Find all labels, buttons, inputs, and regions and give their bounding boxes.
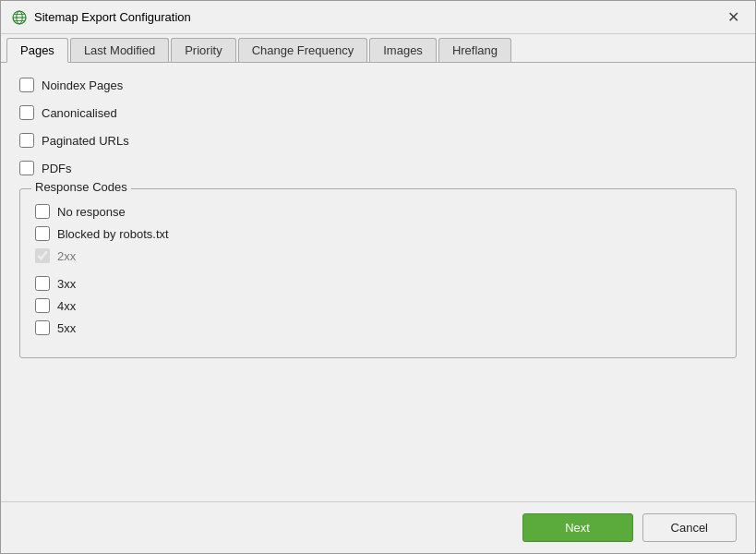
2xx-label: 2xx xyxy=(57,249,76,263)
no-response-checkbox[interactable] xyxy=(35,204,50,219)
5xx-checkbox[interactable] xyxy=(35,320,50,335)
canonicalised-label: Canonicalised xyxy=(42,106,117,120)
pdfs-checkbox[interactable] xyxy=(19,161,34,175)
tab-hreflang[interactable]: Hreflang xyxy=(438,38,511,62)
2xx-checkbox xyxy=(35,248,50,263)
paginated-item: Paginated URLs xyxy=(19,133,737,148)
response-codes-group: Response Codes No response Blocked by ro… xyxy=(19,188,737,358)
blocked-item: Blocked by robots.txt xyxy=(35,226,721,241)
next-button[interactable]: Next xyxy=(522,513,633,542)
dialog-title: Sitemap Export Configuration xyxy=(34,10,714,24)
3xx-checkbox[interactable] xyxy=(35,276,50,291)
3xx-item: 3xx xyxy=(35,276,721,291)
sitemap-export-dialog: Sitemap Export Configuration ✕ Pages Las… xyxy=(0,0,756,554)
paginated-label: Paginated URLs xyxy=(42,134,129,148)
footer: Next Cancel xyxy=(1,501,755,553)
response-codes-legend: Response Codes xyxy=(31,180,131,194)
blocked-checkbox[interactable] xyxy=(35,226,50,241)
4xx-item: 4xx xyxy=(35,298,721,313)
canonicalised-checkbox[interactable] xyxy=(19,105,34,120)
pdfs-item: PDFs xyxy=(19,161,737,175)
no-response-label: No response xyxy=(57,205,126,219)
3xx-label: 3xx xyxy=(57,277,76,291)
noindex-label: Noindex Pages xyxy=(42,78,123,92)
cancel-button[interactable]: Cancel xyxy=(642,513,737,542)
content-area: Noindex Pages Canonicalised Paginated UR… xyxy=(1,63,755,501)
tab-images[interactable]: Images xyxy=(369,38,437,62)
tab-bar: Pages Last Modified Priority Change Freq… xyxy=(1,34,755,63)
4xx-checkbox[interactable] xyxy=(35,298,50,313)
globe-icon xyxy=(12,10,27,25)
close-button[interactable]: ✕ xyxy=(722,6,744,29)
blocked-label: Blocked by robots.txt xyxy=(57,227,169,241)
tab-pages[interactable]: Pages xyxy=(6,38,68,63)
tab-change-frequency[interactable]: Change Frequency xyxy=(238,38,368,62)
title-bar: Sitemap Export Configuration ✕ xyxy=(1,1,755,34)
pdfs-label: PDFs xyxy=(42,162,72,175)
noindex-pages-item: Noindex Pages xyxy=(19,78,737,92)
noindex-checkbox[interactable] xyxy=(19,78,34,92)
canonicalised-item: Canonicalised xyxy=(19,105,737,120)
5xx-item: 5xx xyxy=(35,320,721,335)
paginated-checkbox[interactable] xyxy=(19,133,34,148)
4xx-label: 4xx xyxy=(57,299,76,313)
tab-priority[interactable]: Priority xyxy=(171,38,235,62)
2xx-item: 2xx xyxy=(35,248,721,263)
tab-last-modified[interactable]: Last Modified xyxy=(70,38,169,62)
no-response-item: No response xyxy=(35,204,721,219)
5xx-label: 5xx xyxy=(57,321,76,335)
